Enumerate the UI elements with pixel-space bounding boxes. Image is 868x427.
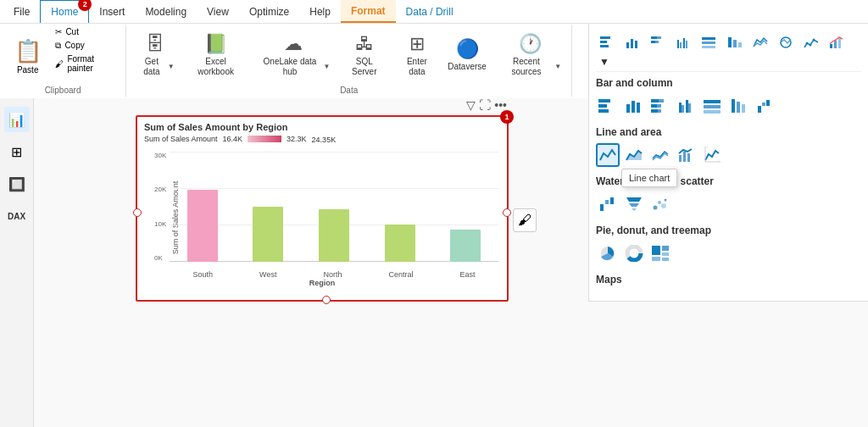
- cut-button[interactable]: ✂ Cut: [53, 25, 122, 38]
- visual-bar-stacked[interactable]: [647, 30, 670, 54]
- tab-datadrill[interactable]: Data / Drill: [396, 0, 464, 23]
- bar-waterfall-icon[interactable]: [754, 94, 777, 118]
- line-combo-icon[interactable]: [675, 143, 698, 167]
- svg-marker-63: [629, 203, 639, 207]
- resize-handle-right[interactable]: [503, 208, 511, 217]
- svg-point-22: [810, 44, 812, 47]
- svg-rect-1: [600, 41, 607, 43]
- svg-rect-42: [688, 103, 691, 113]
- svg-rect-28: [598, 104, 607, 108]
- svg-rect-39: [679, 103, 682, 113]
- pie-section: Pie, donut, and treemap: [596, 225, 861, 265]
- visual-bar-vert[interactable]: [621, 30, 645, 54]
- pie-icon[interactable]: [596, 241, 620, 265]
- svg-rect-31: [632, 101, 635, 113]
- svg-rect-24: [830, 44, 832, 48]
- sql-button[interactable]: 🖧 SQL Server: [338, 30, 390, 80]
- paint-brush-button[interactable]: 🖌: [513, 208, 537, 232]
- visual-more-2[interactable]: [799, 30, 823, 54]
- line-area-grid: Line chart: [596, 143, 861, 167]
- visual-more-3[interactable]: [825, 30, 849, 54]
- paste-button[interactable]: 📋 Paste: [3, 25, 52, 86]
- svg-rect-75: [652, 257, 660, 261]
- scatter-icon[interactable]: [648, 192, 672, 216]
- tab-format[interactable]: Format: [341, 0, 396, 23]
- chart-title: Sum of Sales Amount by Region: [137, 117, 507, 134]
- waterfall-icon[interactable]: [596, 192, 620, 216]
- bar-ribbon-icon[interactable]: [727, 94, 751, 118]
- visual-bar-100[interactable]: [698, 30, 721, 54]
- tab-help[interactable]: Help: [299, 0, 341, 23]
- area-chart-icon[interactable]: [622, 143, 646, 167]
- enter-data-button[interactable]: ⊞ Enter data: [393, 30, 440, 80]
- svg-point-66: [658, 201, 661, 204]
- donut-icon[interactable]: [622, 241, 646, 265]
- chart-filter-icon[interactable]: ▽: [466, 98, 476, 112]
- chart-badge: 1: [500, 110, 514, 124]
- visual-bar-small1[interactable]: [723, 30, 747, 54]
- line-chart-tooltip: Line chart: [621, 169, 677, 187]
- bar-100-icon[interactable]: [701, 94, 725, 118]
- excel-button[interactable]: 📗 Excel workbook: [183, 30, 249, 80]
- chart-focus-icon[interactable]: ⛶: [479, 98, 491, 112]
- chart-legend: Sum of Sales Amount 16.4K 32.3K 24.35K: [137, 134, 507, 147]
- pie-grid: [596, 241, 861, 265]
- svg-rect-36: [657, 104, 661, 108]
- resize-handle-bottom[interactable]: [322, 296, 331, 304]
- svg-rect-9: [655, 41, 659, 43]
- scroll-down-btn[interactable]: ▼: [596, 56, 613, 68]
- line-chart-icon[interactable]: [596, 143, 620, 167]
- tab-modeling[interactable]: Modeling: [135, 0, 197, 23]
- clipboard-group: 📋 Paste ✂ Cut ⧉ Copy 🖌 Format painter Cl…: [0, 25, 126, 97]
- tab-view[interactable]: View: [197, 0, 239, 23]
- tab-insert[interactable]: Insert: [89, 0, 135, 23]
- svg-rect-26: [838, 37, 841, 48]
- bar-stacked-icon[interactable]: [648, 94, 672, 118]
- visual-bar-horiz[interactable]: [596, 30, 620, 54]
- bars-area: [170, 152, 498, 262]
- sidebar-model-icon[interactable]: 🔲: [4, 171, 30, 197]
- svg-rect-12: [683, 38, 685, 48]
- tab-home[interactable]: Home 2: [40, 0, 89, 23]
- svg-rect-30: [626, 104, 630, 113]
- sidebar-dax-icon[interactable]: DAX: [4, 203, 30, 229]
- copy-button[interactable]: ⧉ Copy: [53, 39, 122, 52]
- format-painter-button[interactable]: 🖌 Format painter: [53, 53, 122, 75]
- ribbon-tabs: File Home 2 Insert Modeling View Optimiz…: [0, 0, 868, 24]
- line-scatter-icon[interactable]: [701, 143, 725, 167]
- tab-file[interactable]: File: [3, 0, 40, 23]
- svg-rect-17: [728, 37, 732, 47]
- data-group: 🗄 Get data▼ 📗 Excel workbook ☁ OneLake d…: [126, 25, 572, 97]
- visual-bar-small2[interactable]: [748, 30, 772, 54]
- get-data-button[interactable]: 🗄 Get data▼: [131, 30, 180, 80]
- resize-handle-left[interactable]: [133, 208, 142, 217]
- visuals-panel: ▼ Bar and column Line and area: [588, 24, 868, 302]
- ribbon-body: 📋 Paste ✂ Cut ⧉ Copy 🖌 Format painter Cl…: [0, 24, 868, 98]
- chart-container[interactable]: ▽ ⛶ ••• Sum of Sales Amount by Region Su…: [136, 115, 509, 302]
- svg-rect-46: [732, 99, 735, 113]
- funnel-icon[interactable]: [622, 192, 646, 216]
- bar-central: [385, 225, 415, 262]
- bar-cluster-icon[interactable]: [675, 94, 698, 118]
- bar-vert-icon[interactable]: [622, 94, 646, 118]
- line-stacked-icon[interactable]: [648, 143, 672, 167]
- svg-point-21: [806, 42, 809, 45]
- onelake-button[interactable]: ☁ OneLake data hub▼: [253, 30, 336, 80]
- svg-rect-14: [702, 37, 715, 40]
- dataverse-button[interactable]: 🔵 Dataverse: [444, 36, 491, 75]
- bar-horiz-icon[interactable]: [596, 94, 620, 118]
- svg-rect-0: [600, 36, 610, 39]
- recent-sources-button[interactable]: 🕐 Recent sources▼: [494, 30, 567, 80]
- svg-rect-29: [598, 109, 609, 113]
- treemap-icon[interactable]: [648, 241, 672, 265]
- visual-bar-cluster[interactable]: [672, 30, 696, 54]
- svg-rect-51: [766, 100, 770, 106]
- visual-more-1[interactable]: [774, 30, 798, 54]
- tab-optimize[interactable]: Optimize: [239, 0, 299, 23]
- bar-column-title: Bar and column: [596, 77, 861, 89]
- bar-west: [253, 207, 283, 262]
- line-area-section: Line and area: [596, 126, 861, 167]
- sidebar-data-icon[interactable]: ⊞: [4, 139, 30, 164]
- sidebar-report-icon[interactable]: 📊: [4, 107, 30, 132]
- y-axis-ticks: 30K 20K 10K 0K: [154, 152, 166, 262]
